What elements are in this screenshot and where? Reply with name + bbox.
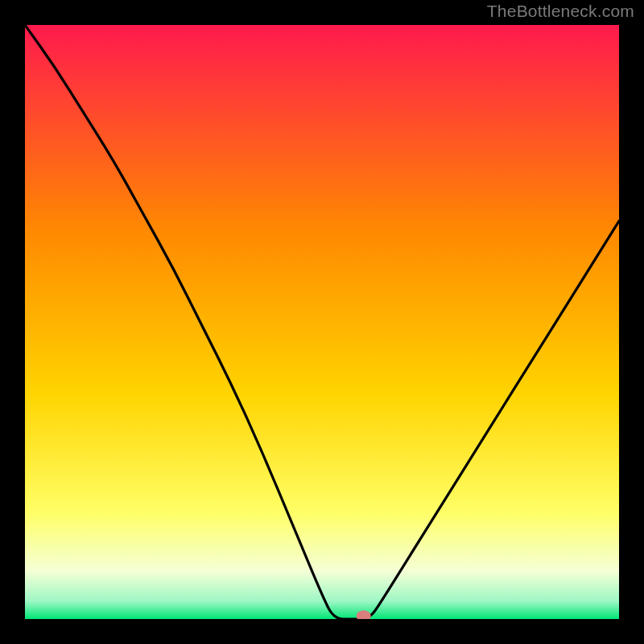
gradient-background xyxy=(25,25,619,619)
plot-area xyxy=(25,25,619,619)
chart-svg xyxy=(25,25,619,619)
watermark-label: TheBottleneck.com xyxy=(487,2,634,21)
chart-frame: TheBottleneck.com xyxy=(0,0,644,644)
